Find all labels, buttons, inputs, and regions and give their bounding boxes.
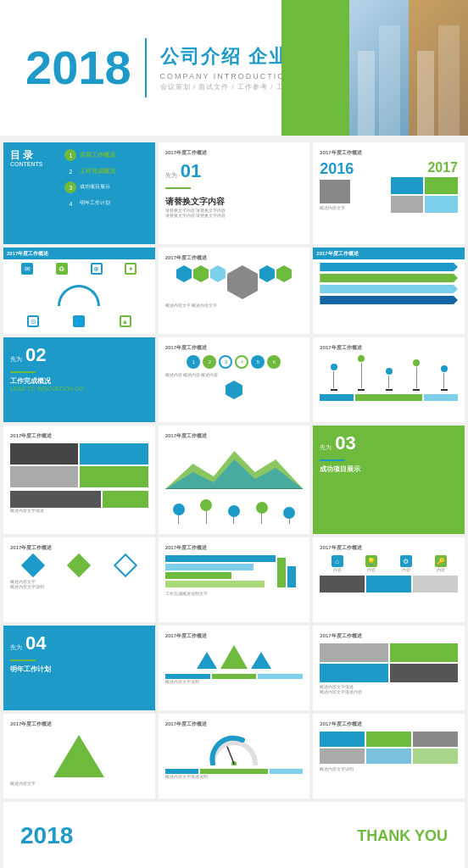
puzzle-row: ⌂ 内容 💡 内容 ⚙ 内容 🔑 内容 bbox=[320, 555, 458, 572]
last-grid bbox=[320, 732, 458, 764]
part02-title: 工作完成概况 bbox=[10, 376, 148, 386]
puzzle-collage2 bbox=[366, 576, 411, 593]
info1-icon7: ▲ bbox=[120, 315, 131, 327]
puzzle-icon3: ⚙ bbox=[400, 555, 412, 567]
toc-text-4: 明年工作计划 bbox=[80, 200, 110, 207]
lg2 bbox=[366, 732, 411, 747]
slide-hexagons: 2017年度工作概述 概述内容文字 概述内容文字 bbox=[159, 248, 310, 334]
tri-big-tiny: 概述内容文字 bbox=[10, 781, 148, 786]
lg5 bbox=[366, 748, 411, 764]
center-hex-wrap bbox=[165, 381, 304, 399]
step-base3 bbox=[386, 389, 393, 391]
slide-bubbles: 2017年度工作概述 1 2 3 4 5 6 概述内容 概述内容 概述内容 bbox=[159, 337, 310, 422]
hex3 bbox=[210, 265, 226, 282]
hex-grid bbox=[165, 265, 304, 299]
photo1 bbox=[10, 443, 78, 465]
bar-set1 bbox=[165, 555, 276, 587]
slide-info2: 2017年度工作概述 bbox=[313, 248, 465, 334]
lg3 bbox=[413, 732, 458, 747]
step-circle2 bbox=[358, 355, 365, 362]
hex1 bbox=[176, 265, 192, 282]
step-base2 bbox=[358, 389, 365, 391]
slide-part04: 先为 04 明年工作计划 bbox=[3, 626, 155, 710]
collage-tiny: 概述内容文字描述 bbox=[10, 508, 148, 513]
part04-num: 04 bbox=[25, 632, 46, 654]
photocollage-title: 2017年度工作概述 bbox=[10, 432, 148, 440]
info1-icon1: ✉ bbox=[21, 263, 33, 275]
header-images bbox=[281, 0, 468, 136]
part03-label: 先为 bbox=[320, 443, 332, 452]
triangle-container bbox=[165, 645, 304, 669]
slide-barchart: 2017年度工作概述 工作完成概述说明文字 bbox=[159, 537, 310, 622]
balloon-circle5 bbox=[283, 507, 295, 519]
diamond3 bbox=[113, 554, 136, 577]
barchart-title: 2017年度工作概述 bbox=[165, 544, 304, 552]
part01-title: 请替换文字内容 bbox=[165, 196, 304, 208]
balloon2 bbox=[200, 499, 212, 524]
part02-badge: 先为 02 bbox=[10, 344, 148, 366]
dial-bar2 bbox=[200, 769, 267, 774]
lg1 bbox=[320, 732, 365, 747]
balloon-circle3 bbox=[228, 505, 240, 517]
header-slide: 2018 公司介绍 企业宣传PPT COMPANY INTRODUCTION P… bbox=[0, 0, 468, 136]
info2-title: 2017年度工作概述 bbox=[316, 250, 358, 258]
bubbles-tiny: 概述内容 概述内容 概述内容 bbox=[165, 372, 304, 377]
triangle-tiny: 概述内容文字说明 bbox=[165, 679, 304, 684]
ph2-4 bbox=[390, 664, 458, 682]
part03-title: 成功项目展示 bbox=[320, 465, 458, 474]
thank-year: 2018 bbox=[20, 822, 73, 849]
part01-badge: 先为 01 bbox=[165, 160, 304, 182]
photo4 bbox=[80, 466, 148, 487]
slide-photo-collage: 2017年度工作概述 概述内容文字描述 bbox=[3, 426, 155, 534]
page-wrapper: 2018 公司介绍 企业宣传PPT COMPANY INTRODUCTION P… bbox=[0, 0, 468, 868]
part02-num: 02 bbox=[25, 344, 46, 366]
triangle-group bbox=[197, 645, 271, 669]
balloon-circle1 bbox=[173, 504, 185, 515]
toc-en: CONTENTS bbox=[10, 161, 43, 168]
balloon-circle2 bbox=[200, 499, 212, 511]
lg6 bbox=[413, 748, 458, 764]
tri-big bbox=[53, 735, 104, 777]
mountain-title: 2017年度工作概述 bbox=[165, 432, 304, 440]
title-cn-1: 公司介绍 bbox=[160, 46, 242, 67]
part03-badge: 先为 03 bbox=[320, 432, 458, 454]
slide-triangle: 2017年度工作概述 概述内容文字说明 bbox=[159, 626, 310, 710]
arrow-shape4 bbox=[320, 296, 458, 304]
arrow1 bbox=[320, 263, 458, 271]
ph2-3 bbox=[320, 664, 387, 682]
slide-mountain: 2017年度工作概述 bbox=[159, 426, 310, 534]
diamonds-title: 2017年度工作概述 bbox=[10, 544, 148, 552]
hex5 bbox=[276, 265, 292, 282]
tri2 bbox=[220, 645, 248, 669]
header-img-blue bbox=[349, 0, 409, 136]
step-base5 bbox=[441, 389, 448, 391]
hex-title: 2017年度工作概述 bbox=[165, 254, 304, 262]
toc-label: 目 录 CONTENTS bbox=[10, 149, 43, 169]
puzzle-col2: 💡 内容 bbox=[365, 555, 377, 572]
bar-lightblue bbox=[424, 394, 458, 401]
lg4 bbox=[320, 748, 365, 764]
arrow4 bbox=[320, 296, 458, 304]
toc-item-4: 4 明年工作计划 bbox=[64, 198, 148, 209]
slides-grid: 目 录 CONTENTS 1 先容工作概况 2 工作完成概况 3 成功项目展示 … bbox=[0, 139, 468, 868]
part01-tiny2: 请替换文字内容 请替换文字内容 bbox=[165, 213, 304, 218]
bubbles-title: 2017年度工作概述 bbox=[165, 344, 304, 352]
header-divider bbox=[145, 38, 147, 97]
tri1 bbox=[197, 652, 217, 669]
arch-container bbox=[10, 278, 148, 312]
cycle-container: 1 2 3 4 5 6 bbox=[165, 355, 304, 369]
toc-items: 1 先容工作概况 2 工作完成概况 3 成功项目展示 4 明年工作计划 bbox=[64, 149, 148, 214]
dial-wrap bbox=[165, 732, 304, 765]
puzzle-tiny4: 内容 bbox=[437, 567, 445, 572]
building-shape-2 bbox=[409, 0, 468, 136]
puzzle-title: 2017年度工作概述 bbox=[320, 544, 458, 552]
balloon-stick5 bbox=[289, 519, 290, 524]
bubble5: 5 bbox=[251, 355, 265, 369]
slide-diamonds: 2017年度工作概述 概述内容文字 概述内容文字说明 bbox=[3, 537, 155, 622]
puzzle-col3: ⚙ 内容 bbox=[400, 555, 412, 572]
dial-tiny: 概述内容文字描述说明 bbox=[165, 774, 304, 779]
svg-line-4 bbox=[227, 747, 234, 764]
mountain-chart-svg bbox=[165, 447, 304, 489]
tri-bar2 bbox=[212, 674, 257, 679]
dial-bar3 bbox=[270, 769, 304, 774]
